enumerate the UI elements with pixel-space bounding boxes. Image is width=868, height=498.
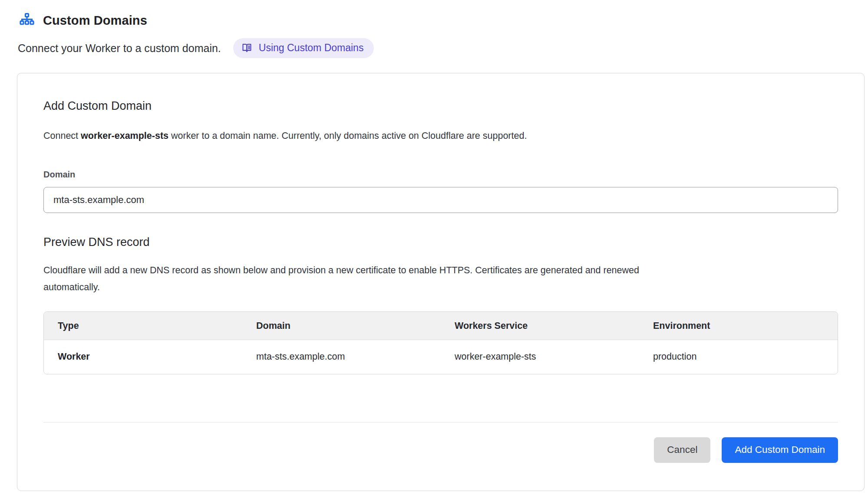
add-custom-domain-card: Add Custom Domain Connect worker-example… [17, 73, 865, 491]
preview-dns-heading: Preview DNS record [43, 236, 838, 249]
column-header-environment: Environment [639, 312, 838, 340]
actions-divider [43, 422, 838, 423]
cell-workers-service: worker-example-sts [441, 340, 639, 374]
page-subheader: Connect your Worker to a custom domain. … [17, 38, 865, 58]
add-custom-domain-button[interactable]: Add Custom Domain [722, 437, 838, 463]
book-open-icon [241, 42, 253, 54]
docs-link-badge[interactable]: Using Custom Domains [233, 38, 374, 58]
column-header-domain: Domain [242, 312, 441, 340]
preview-dns-description: Cloudflare will add a new DNS record as … [43, 262, 677, 296]
column-header-workers-service: Workers Service [441, 312, 639, 340]
worker-name: worker-example-sts [81, 131, 168, 141]
domain-input[interactable] [43, 187, 838, 213]
page-subtitle: Connect your Worker to a custom domain. [18, 42, 221, 55]
cancel-button[interactable]: Cancel [654, 437, 710, 463]
page-title: Custom Domains [43, 13, 147, 28]
card-heading: Add Custom Domain [43, 99, 838, 113]
cell-domain: mta-sts.example.com [242, 340, 441, 374]
worker-description: Connect worker-example-sts worker to a d… [43, 128, 838, 144]
page-header: Custom Domains [17, 12, 865, 29]
cell-environment: production [639, 340, 838, 374]
table-row: Worker mta-sts.example.com worker-exampl… [44, 340, 838, 374]
sitemap-icon [19, 12, 35, 29]
table-header-row: Type Domain Workers Service Environment [44, 312, 838, 340]
dns-preview-table: Type Domain Workers Service Environment … [43, 311, 838, 374]
custom-domains-page: Custom Domains Connect your Worker to a … [0, 0, 868, 491]
description-suffix: worker to a domain name. Currently, only… [168, 131, 527, 141]
cell-type: Worker [44, 340, 242, 374]
domain-label: Domain [43, 170, 838, 180]
column-header-type: Type [44, 312, 242, 340]
description-prefix: Connect [43, 131, 81, 141]
actions-row: Cancel Add Custom Domain [43, 437, 838, 463]
docs-link-label: Using Custom Domains [259, 43, 364, 53]
